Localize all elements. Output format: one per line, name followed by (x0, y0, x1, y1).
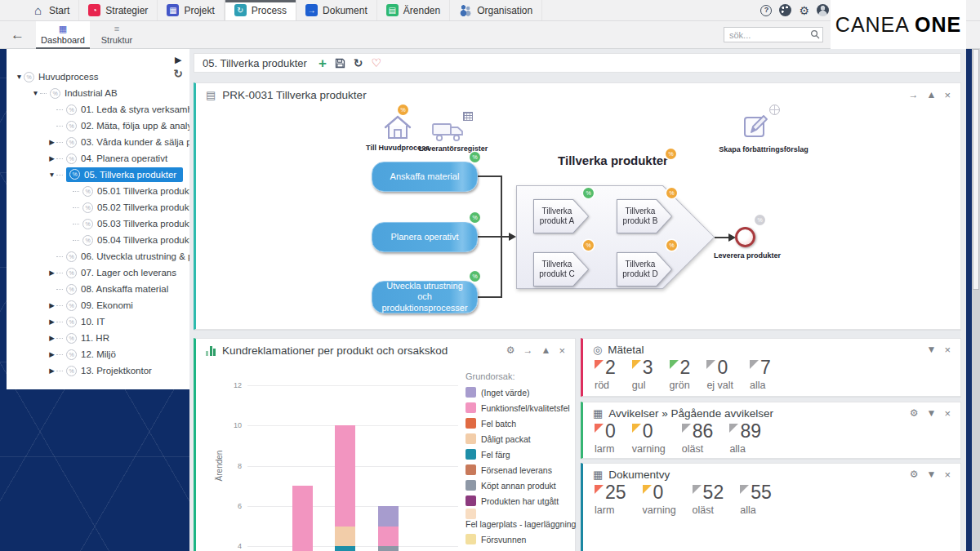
process-step-produkt-b[interactable]: Tillverka produkt B (617, 199, 672, 233)
expander-icon[interactable]: ▶ (47, 350, 56, 358)
y-tick-label: 6 (224, 502, 242, 510)
tree-item[interactable]: ▶%10. IT (7, 313, 189, 330)
dropdown-icon[interactable]: ▼ (927, 344, 937, 355)
nav-tab-start[interactable]: ⌂Start (23, 0, 79, 20)
add-icon[interactable]: + (318, 56, 327, 70)
tree-item[interactable]: %06. Utveckla utrustning & processer (7, 248, 189, 264)
house-icon[interactable] (383, 114, 412, 140)
popout-icon[interactable]: → (523, 345, 533, 356)
stat[interactable]: 52oläst (693, 483, 724, 516)
expander-icon[interactable]: ▶ (47, 138, 56, 146)
stat[interactable]: 2röd (595, 358, 616, 391)
settings-icon[interactable]: ⚙ (506, 345, 515, 356)
close-icon[interactable]: × (944, 408, 951, 419)
tree-item[interactable]: ▶%07. Lager och leverans (7, 264, 189, 281)
process-box-anskaffa-material[interactable]: Anskaffa material (372, 162, 478, 192)
close-icon[interactable]: × (944, 344, 951, 355)
refresh-icon[interactable]: ↻ (173, 68, 183, 79)
expander-icon[interactable]: ▶ (47, 318, 56, 326)
table-icon: ▦ (593, 407, 603, 420)
stat[interactable]: 0larm (595, 422, 616, 455)
tree-item[interactable]: ▶%12. Miljö (7, 346, 189, 362)
play-icon[interactable]: ▶ (175, 56, 181, 64)
favorite-icon[interactable]: ♡ (372, 57, 382, 69)
truck-icon[interactable] (431, 121, 466, 143)
nav-tab-projekt[interactable]: ▦Projekt (158, 0, 224, 20)
tree-item[interactable]: ▼%Huvudprocess (7, 69, 189, 85)
tree-item[interactable]: ▶%04. Planera operativt (7, 150, 189, 167)
end-node[interactable] (735, 227, 755, 247)
tree-item[interactable]: %05.04 Tillverka produkt D (7, 232, 189, 248)
search-icon[interactable] (810, 29, 820, 39)
link-label[interactable]: Leverantörsregister (404, 144, 502, 153)
save-icon[interactable] (335, 58, 345, 69)
expander-icon[interactable]: ▶ (47, 334, 56, 342)
nav-tab-strategier[interactable]: ◔Strategier (79, 0, 158, 20)
tab-struktur[interactable]: ≡ Struktur (90, 21, 144, 49)
close-icon[interactable]: × (944, 469, 951, 480)
back-icon[interactable]: ← (11, 27, 24, 43)
expander-icon[interactable]: ▶ (47, 367, 56, 375)
process-map-icon: ▤ (206, 89, 216, 101)
pencil-icon[interactable] (742, 111, 771, 140)
tree-item[interactable]: %02. Mäta, följa upp & analysera (7, 118, 189, 134)
stat[interactable]: 2grön (670, 358, 691, 391)
vertical-scrollbar[interactable]: ▲ (972, 49, 980, 551)
nav-tab-ärenden[interactable]: ▤Ärenden (377, 0, 450, 20)
stat[interactable]: 0varning (632, 422, 666, 455)
dropdown-icon[interactable]: ▼ (927, 469, 937, 480)
nav-tab-organisation[interactable]: Organisation (450, 0, 542, 20)
expander-icon[interactable]: ▼ (31, 89, 40, 97)
nav-tab-dokument[interactable]: →Dokument (296, 0, 377, 20)
tree-item[interactable]: ▼%Industrial AB (7, 85, 189, 101)
dropdown-icon[interactable]: ▼ (927, 408, 937, 419)
settings-icon[interactable]: ⚙ (799, 5, 809, 16)
tree-item[interactable]: %05.03 Tillverka produkt C (7, 216, 189, 232)
help-icon[interactable]: ? (760, 5, 772, 16)
expander-icon[interactable]: ▶ (47, 269, 56, 277)
tree-item[interactable]: ▶%03. Vårda kunder & sälja produkter (7, 134, 189, 150)
close-icon[interactable]: × (559, 345, 565, 356)
tree-item-selected[interactable]: %05. Tillverka produkter (66, 167, 183, 182)
process-box-planera-operativt[interactable]: Planera operativt (372, 222, 478, 252)
collapse-icon[interactable]: ▲ (927, 90, 937, 100)
tree-item[interactable]: ▶%11. HR (7, 330, 189, 346)
theme-icon[interactable] (779, 4, 791, 16)
collapse-icon[interactable]: ▲ (541, 345, 551, 356)
stat[interactable]: 86oläst (682, 422, 714, 455)
stat[interactable]: 25larm (595, 483, 626, 516)
search-input[interactable] (724, 27, 823, 42)
close-icon[interactable]: × (944, 90, 951, 100)
nav-tab-process[interactable]: ↻Process (225, 0, 296, 20)
expander-icon[interactable]: ▶ (47, 301, 56, 309)
tree-item[interactable]: ▶%09. Ekonomi (7, 297, 189, 313)
process-step-produkt-a[interactable]: Tillverka produkt A (533, 199, 589, 233)
expander-icon[interactable]: ▼ (47, 171, 56, 179)
settings-icon[interactable]: ⚙ (910, 469, 919, 480)
expander-icon[interactable]: ▼ (15, 73, 24, 81)
process-step-produkt-d[interactable]: Tillverka produkt D (617, 252, 672, 287)
complaints-chart-panel: Kundreklamationer per produkt och orsaks… (194, 338, 576, 551)
user-avatar-icon[interactable] (817, 4, 829, 16)
tree-item[interactable]: %08. Anskaffa material (7, 281, 189, 297)
stat[interactable]: 7alla (750, 358, 771, 391)
stat[interactable]: 55alla (740, 483, 772, 516)
popout-icon[interactable]: → (909, 90, 919, 100)
process-box-utveckla-utrustning[interactable]: Utveckla utrustning och produktionsproce… (372, 281, 478, 313)
tree-item[interactable]: %05.02 Tillverka produkt B (7, 199, 189, 216)
tree-item[interactable]: %01. Leda & styra verksamheten (7, 101, 189, 118)
expander-icon[interactable]: ▶ (47, 154, 56, 162)
refresh-icon[interactable]: ↻ (354, 57, 363, 69)
tree-item[interactable]: %05.01 Tillverka produkt A (7, 183, 189, 199)
settings-icon[interactable]: ⚙ (910, 408, 919, 419)
action-label[interactable]: Skapa förbättringsförslag (710, 145, 817, 154)
stat[interactable]: 0varning (643, 483, 676, 516)
stat[interactable]: 89alla (729, 422, 761, 455)
stat[interactable]: 3gul (632, 358, 653, 391)
tab-dashboard[interactable]: ▦ Dashboard (36, 21, 90, 49)
stat[interactable]: 0ej valt (706, 358, 733, 391)
scrollbar-thumb[interactable] (973, 49, 979, 290)
process-step-produkt-c[interactable]: Tillverka produkt C (533, 252, 589, 287)
tree-item[interactable]: ▼%05. Tillverka produkter (7, 167, 189, 183)
tree-item[interactable]: ▶%13. Projektkontor (7, 362, 189, 379)
